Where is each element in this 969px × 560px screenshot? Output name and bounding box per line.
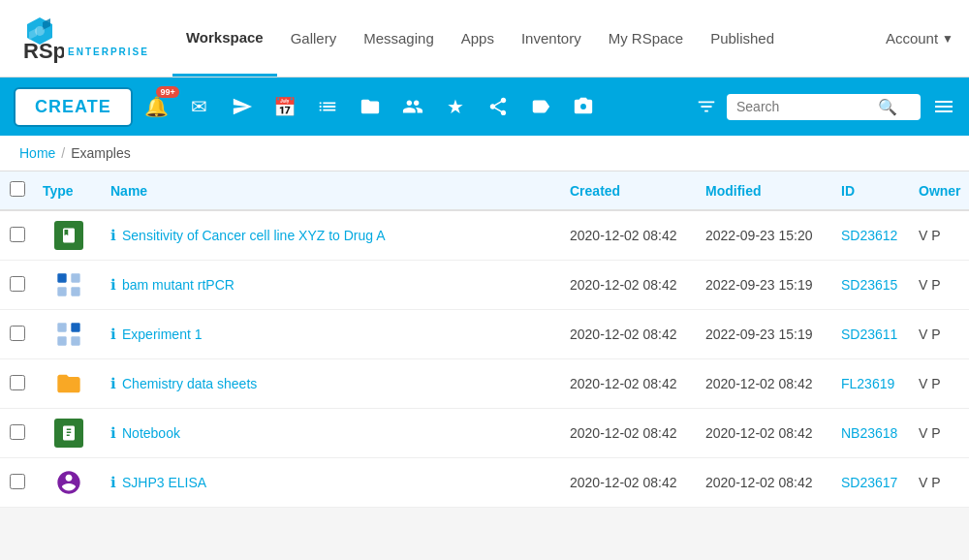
row-owner-cell: V P — [911, 261, 969, 310]
notifications-button[interactable]: 🔔 99+ — [139, 88, 175, 125]
row-id-link[interactable]: NB23618 — [841, 425, 897, 441]
breadcrumb-home[interactable]: Home — [19, 145, 55, 161]
table-row: ℹ SJHP3 ELISA 2020-12-02 08:42 2020-12-0… — [0, 458, 969, 508]
search-input[interactable] — [736, 99, 872, 114]
nav-item-apps[interactable]: Apps — [448, 0, 508, 77]
col-name[interactable]: Name — [103, 171, 562, 210]
logo[interactable]: RSpace ENTERPRISE — [16, 15, 149, 63]
row-id-cell: SD23612 — [833, 210, 911, 261]
svg-rect-12 — [71, 336, 79, 345]
menu-button[interactable] — [932, 95, 955, 118]
row-name-link[interactable]: bam mutant rtPCR — [122, 277, 234, 293]
row-name-cell: ℹ SJHP3 ELISA — [103, 458, 562, 508]
row-name-link[interactable]: Sensitivity of Cancer cell line XYZ to D… — [122, 228, 386, 243]
row-check-cell — [0, 310, 35, 359]
row-id-link[interactable]: SD23612 — [841, 228, 897, 243]
camera-button[interactable] — [565, 88, 602, 125]
row-checkbox[interactable] — [10, 375, 25, 390]
tag-button[interactable] — [522, 88, 559, 125]
info-icon[interactable]: ℹ — [110, 227, 116, 244]
search-icon: 🔍 — [878, 98, 897, 116]
nav-item-myrspace[interactable]: My RSpace — [595, 0, 698, 77]
row-checkbox[interactable] — [10, 326, 25, 341]
type-icon — [43, 320, 95, 349]
col-owner[interactable]: Owner — [911, 171, 969, 210]
type-icon — [43, 419, 95, 448]
row-name-link[interactable]: Experiment 1 — [122, 327, 202, 342]
table-row: ℹ Chemistry data sheets 2020-12-02 08:42… — [0, 359, 969, 409]
row-check-cell — [0, 359, 35, 409]
nav-item-published[interactable]: Published — [697, 0, 788, 77]
svg-rect-10 — [71, 323, 79, 331]
svg-rect-5 — [57, 273, 66, 282]
row-check-cell — [0, 409, 35, 458]
info-icon[interactable]: ℹ — [110, 424, 116, 442]
select-all-checkbox[interactable] — [10, 181, 25, 197]
row-id-link[interactable]: SD23615 — [841, 277, 897, 293]
row-created-cell: 2020-12-02 08:42 — [562, 359, 698, 409]
nav-item-workspace[interactable]: Workspace — [172, 0, 277, 77]
row-modified-cell: 2020-12-02 08:42 — [698, 409, 833, 458]
row-created-cell: 2020-12-02 08:42 — [562, 210, 698, 261]
row-checkbox[interactable] — [10, 276, 25, 292]
main-nav: Workspace Gallery Messaging Apps Invento… — [172, 0, 886, 77]
row-name-cell: ℹ Notebook — [103, 409, 562, 458]
row-id-link[interactable]: SD23611 — [841, 327, 897, 342]
tasks-button[interactable] — [309, 88, 346, 125]
create-button[interactable]: CREATE — [14, 87, 133, 127]
share-button[interactable] — [480, 88, 516, 125]
col-id[interactable]: ID — [833, 171, 911, 210]
row-name-link[interactable]: Chemistry data sheets — [122, 376, 257, 391]
row-owner-cell: V P — [911, 310, 969, 359]
group-button[interactable] — [394, 88, 431, 125]
row-checkbox[interactable] — [10, 474, 25, 489]
info-icon[interactable]: ℹ — [110, 276, 116, 294]
row-checkbox[interactable] — [10, 227, 25, 242]
nav-item-inventory[interactable]: Inventory — [508, 0, 595, 77]
folder-button[interactable] — [352, 88, 389, 125]
col-type[interactable]: Type — [35, 171, 103, 210]
email-button[interactable]: ✉ — [181, 88, 218, 125]
row-type-cell — [35, 210, 103, 261]
col-modified[interactable]: Modified — [698, 171, 833, 210]
row-owner-cell: V P — [911, 458, 969, 508]
filter-button[interactable] — [696, 96, 717, 117]
row-name-link[interactable]: SJHP3 ELISA — [122, 475, 206, 490]
info-icon[interactable]: ℹ — [110, 326, 116, 343]
row-type-cell — [35, 409, 103, 458]
logo-enterprise-label: ENTERPRISE — [68, 47, 149, 57]
row-owner-cell: V P — [911, 210, 969, 261]
file-table-container: Type Name Created Modified ID Owner ℹ Se… — [0, 171, 969, 508]
nav-item-messaging[interactable]: Messaging — [350, 0, 448, 77]
row-checkbox[interactable] — [10, 424, 25, 440]
row-id-link[interactable]: FL23619 — [841, 376, 894, 391]
account-button[interactable]: Account ▼ — [886, 30, 953, 47]
svg-rect-11 — [57, 336, 66, 345]
col-check — [0, 171, 35, 210]
send-button[interactable] — [224, 88, 261, 125]
type-icon — [43, 468, 95, 497]
row-id-cell: SD23617 — [833, 458, 911, 508]
nav-item-gallery[interactable]: Gallery — [277, 0, 351, 77]
row-id-cell: NB23618 — [833, 409, 911, 458]
row-name-link[interactable]: Notebook — [122, 425, 180, 441]
info-icon[interactable]: ℹ — [110, 375, 116, 392]
row-type-cell — [35, 359, 103, 409]
row-type-cell — [35, 310, 103, 359]
table-row: ℹ Sensitivity of Cancer cell line XYZ to… — [0, 210, 969, 261]
row-name-cell: ℹ bam mutant rtPCR — [103, 261, 562, 310]
svg-rect-6 — [71, 273, 79, 282]
search-bar: 🔍 — [727, 94, 921, 120]
row-name-cell: ℹ Chemistry data sheets — [103, 359, 562, 409]
favorites-button[interactable]: ★ — [437, 88, 474, 125]
row-id-link[interactable]: SD23617 — [841, 475, 897, 490]
col-created[interactable]: Created — [562, 171, 698, 210]
type-icon — [43, 369, 95, 398]
chevron-down-icon: ▼ — [942, 32, 953, 46]
info-icon[interactable]: ℹ — [110, 474, 116, 491]
row-id-cell: SD23615 — [833, 261, 911, 310]
type-icon — [43, 221, 95, 250]
calendar-button[interactable]: 📅 — [266, 88, 303, 125]
table-row: ℹ Experiment 1 2020-12-02 08:42 2022-09-… — [0, 310, 969, 359]
row-type-cell — [35, 458, 103, 508]
